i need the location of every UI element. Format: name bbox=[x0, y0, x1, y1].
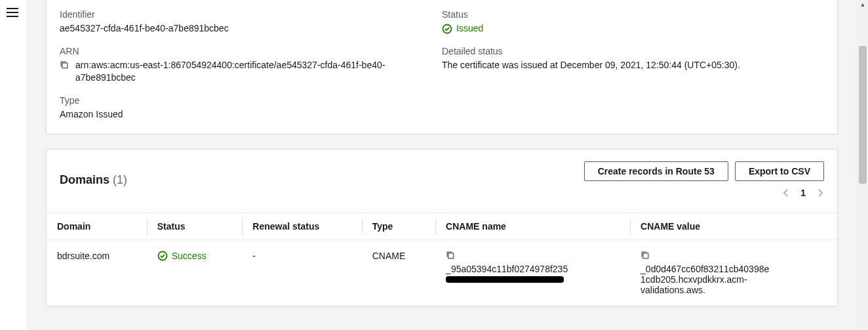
scrollbar[interactable]: ▲ bbox=[858, 0, 868, 330]
svg-rect-3 bbox=[448, 253, 454, 258]
cell-domain: bdrsuite.com bbox=[47, 240, 147, 306]
hamburger-icon bbox=[7, 8, 18, 17]
table-row: bdrsuite.com Success - CNAME bbox=[47, 240, 837, 306]
chevron-right-icon[interactable] bbox=[816, 188, 824, 197]
col-renewal[interactable]: Renewal status bbox=[242, 213, 361, 240]
copy-icon[interactable] bbox=[60, 60, 69, 70]
cell-type: CNAME bbox=[362, 240, 435, 306]
identifier-value: ae545327-cfda-461f-be40-a7be891bcbec bbox=[60, 22, 429, 35]
detailed-status-value: The certificate was issued at December 0… bbox=[442, 59, 811, 72]
chevron-left-icon[interactable] bbox=[782, 188, 790, 197]
col-type[interactable]: Type bbox=[362, 213, 435, 240]
arn-label: ARN bbox=[60, 46, 429, 56]
status-label: Status bbox=[442, 9, 811, 20]
check-circle-icon bbox=[442, 24, 452, 34]
domains-table: Domain Status Renewal status Type CNAME … bbox=[47, 213, 837, 306]
scroll-up-icon[interactable]: ▲ bbox=[858, 1, 868, 8]
copy-icon[interactable] bbox=[641, 251, 650, 260]
col-status[interactable]: Status bbox=[147, 213, 243, 240]
check-circle-icon bbox=[157, 251, 168, 261]
cell-status: Success bbox=[147, 240, 243, 306]
cell-cname-value: _0d0d467cc60f83211cb40398e1cdb205.hcxvpd… bbox=[630, 240, 837, 306]
copy-icon[interactable] bbox=[446, 251, 455, 260]
create-records-button[interactable]: Create records in Route 53 bbox=[584, 161, 728, 181]
cell-cname-name: _95a05394c11bf0274978f235 bbox=[435, 240, 630, 306]
domains-title: Domains (1) bbox=[60, 173, 127, 187]
main-content: Identifier ae545327-cfda-461f-be40-a7be8… bbox=[26, 0, 858, 330]
cell-renewal: - bbox=[242, 240, 361, 306]
export-csv-button[interactable]: Export to CSV bbox=[735, 161, 824, 181]
status-value: Issued bbox=[442, 22, 811, 35]
svg-rect-4 bbox=[643, 253, 648, 258]
page-number: 1 bbox=[800, 188, 806, 198]
arn-value: arn:aws:acm:us-east-1:867054924400:certi… bbox=[75, 59, 429, 85]
pagination: 1 bbox=[782, 188, 824, 198]
svg-rect-0 bbox=[62, 63, 68, 68]
redacted-text bbox=[446, 276, 564, 283]
col-domain[interactable]: Domain bbox=[47, 213, 147, 240]
col-cname-name[interactable]: CNAME name bbox=[435, 213, 630, 240]
type-value: Amazon Issued bbox=[60, 108, 429, 121]
detailed-status-label: Detailed status bbox=[442, 46, 811, 56]
identifier-label: Identifier bbox=[60, 9, 429, 20]
domains-panel: Domains (1) Create records in Route 53 E… bbox=[46, 149, 838, 306]
scrollbar-thumb[interactable] bbox=[859, 46, 867, 184]
certificate-details-panel: Identifier ae545327-cfda-461f-be40-a7be8… bbox=[46, 0, 838, 134]
type-label: Type bbox=[60, 95, 429, 106]
sidebar-toggle[interactable] bbox=[0, 0, 26, 330]
col-cname-value[interactable]: CNAME value bbox=[630, 213, 837, 240]
